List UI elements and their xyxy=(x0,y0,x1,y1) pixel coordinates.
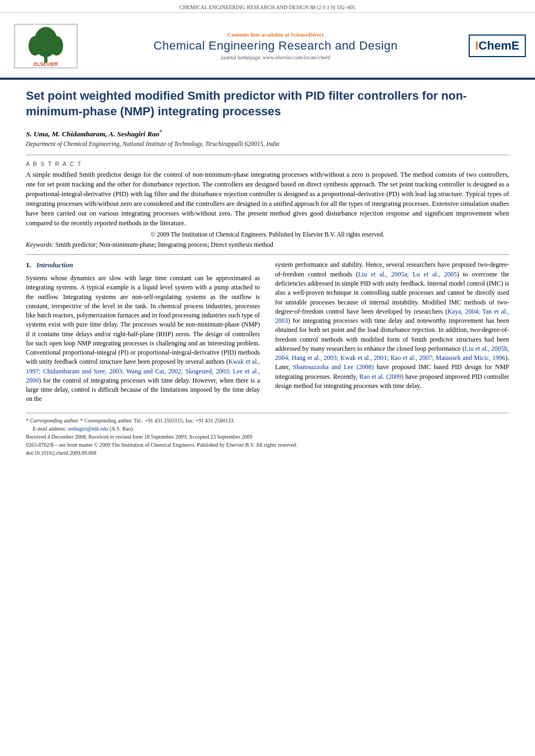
elsevier-logo-container: ELSEVIER xyxy=(11,22,81,70)
email-suffix: (A.S. Rao). xyxy=(109,426,134,432)
authors-line: S. Uma, M. Chidambaram, A. Seshagiri Rao… xyxy=(26,128,509,138)
doi-line: doi:10.1016/j.cherd.2009.09.008 xyxy=(26,449,509,457)
keywords-line: Keywords: Smith predictor; Non-minimum-p… xyxy=(26,241,509,249)
bottom-abstract-divider xyxy=(26,254,509,255)
journal-name: Chemical Engineering Research and Design xyxy=(81,39,470,53)
issn-line: 0263-8762/$ – see front matter © 2009 Th… xyxy=(26,441,509,449)
journal-reference-text: CHEMICAL ENGINEERING RESEARCH AND DESIGN… xyxy=(180,4,355,10)
journal-header: ELSEVIER Contents lists available at Sci… xyxy=(0,13,535,73)
right-column-text: system performance and stability. Hence,… xyxy=(275,260,509,391)
received-line: Received 4 December 2008; Received in re… xyxy=(26,433,509,441)
left-column-text: Systems whose dynamics are slow with lar… xyxy=(26,274,260,404)
abstract-text: A simple modified Smith predictor design… xyxy=(26,170,509,228)
corresponding-contact: * Corresponding author. Tel.: +91 431 25… xyxy=(80,418,235,424)
journal-homepage: journal homepage: www.elsevier.com/locat… xyxy=(81,54,470,60)
svg-text:ELSEVIER: ELSEVIER xyxy=(34,61,58,67)
article-footer: * Corresponding author. * Corresponding … xyxy=(26,413,509,457)
corresponding-label: Corresponding author. xyxy=(30,418,79,424)
copyright-line: © 2009 The Institution of Chemical Engin… xyxy=(26,231,509,238)
journal-title-center: Contents lists available at ScienceDirec… xyxy=(81,32,470,60)
right-column: system performance and stability. Hence,… xyxy=(275,260,509,404)
email-label: E-mail address: xyxy=(33,426,66,432)
email-link[interactable]: seshagiri@nitt.edu xyxy=(67,426,108,432)
icheme-logo: IChemE xyxy=(470,30,524,62)
page: CHEMICAL ENGINEERING RESEARCH AND DESIGN… xyxy=(0,0,535,756)
keywords-label: Keywords: xyxy=(26,241,54,248)
star-symbol: * xyxy=(26,418,30,424)
corresponding-author-note: * Corresponding author. * Corresponding … xyxy=(26,417,509,425)
svg-point-5 xyxy=(50,36,63,56)
affiliation: Department of Chemical Engineering, Nati… xyxy=(26,141,509,147)
icheme-box: IChemE xyxy=(469,34,526,57)
email-line: E-mail address: seshagiri@nitt.edu (A.S.… xyxy=(26,425,509,433)
elsevier-logo-svg: ELSEVIER xyxy=(13,23,78,69)
abstract-label: A B S T R A C T xyxy=(26,161,509,167)
header-content: ELSEVIER Contents lists available at Sci… xyxy=(11,18,524,73)
section1-header: 1. Introduction xyxy=(26,260,260,271)
sciencedirect-name[interactable]: ScienceDirect xyxy=(291,32,324,38)
keywords-text: Smith predictor; Non-minimum-phase; Inte… xyxy=(56,241,273,248)
section-number: 1. xyxy=(26,261,31,269)
top-divider xyxy=(26,155,509,155)
article-title: Set point weighted modified Smith predic… xyxy=(26,88,509,119)
journal-reference-bar: CHEMICAL ENGINEERING RESEARCH AND DESIGN… xyxy=(0,0,535,13)
left-column: 1. Introduction Systems whose dynamics a… xyxy=(26,260,260,404)
icheme-rest: ChemE xyxy=(478,39,519,52)
article-body: Set point weighted modified Smith predic… xyxy=(0,80,535,404)
sciencedirect-label: Contents lists available at ScienceDirec… xyxy=(81,32,470,38)
two-column-body: 1. Introduction Systems whose dynamics a… xyxy=(26,260,509,404)
abstract-section: A B S T R A C T A simple modified Smith … xyxy=(26,161,509,249)
authors-text: S. Uma, M. Chidambaram, A. Seshagiri Rao… xyxy=(26,130,162,138)
section-title: Introduction xyxy=(37,261,73,269)
svg-point-4 xyxy=(29,36,42,56)
